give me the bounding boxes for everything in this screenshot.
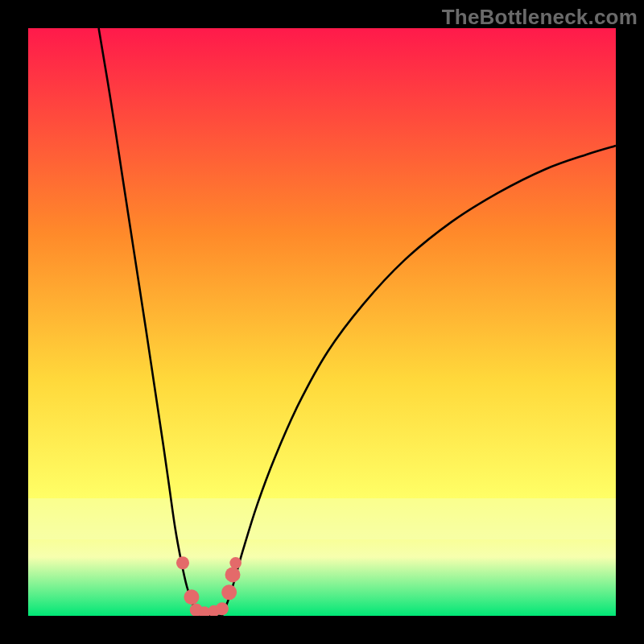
data-dot: [221, 584, 237, 600]
data-dot: [184, 589, 199, 605]
pale-band: [28, 498, 616, 539]
chart-svg: [28, 28, 616, 616]
data-dot: [216, 602, 229, 615]
watermark-text: TheBottleneck.com: [442, 5, 638, 30]
data-dot: [229, 557, 242, 569]
plot-area: [28, 28, 616, 616]
data-dot: [225, 567, 241, 582]
data-dot: [176, 556, 189, 569]
chart-frame: TheBottleneck.com: [0, 0, 644, 644]
